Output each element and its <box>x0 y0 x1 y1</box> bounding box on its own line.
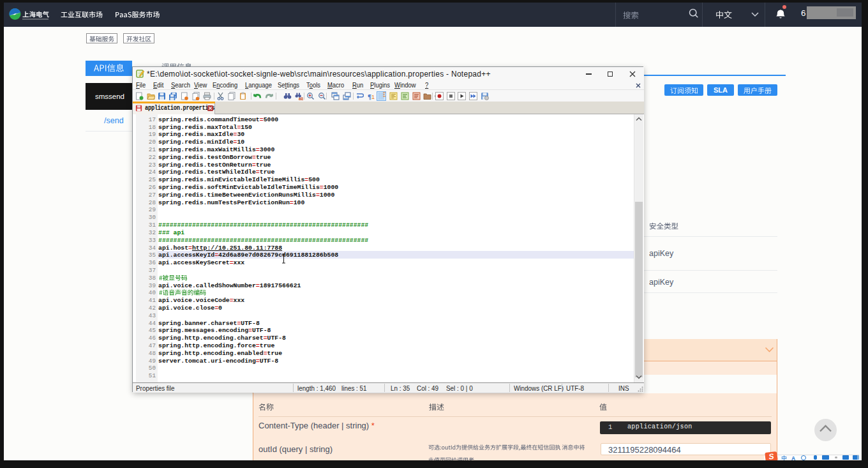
svg-text:1: 1 <box>371 94 375 100</box>
svg-text:ab: ab <box>299 96 303 101</box>
